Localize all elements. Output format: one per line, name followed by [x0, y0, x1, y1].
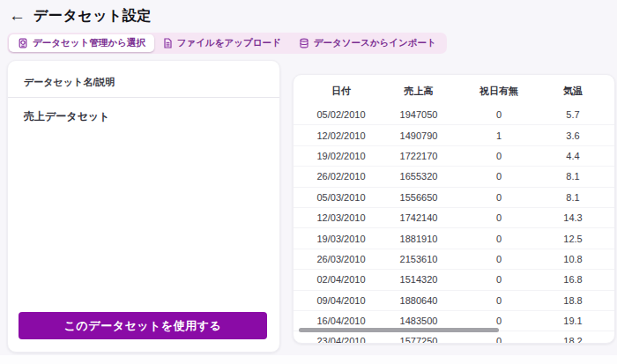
table-cell: 16.8 — [546, 274, 600, 285]
file-upload-icon — [163, 38, 173, 48]
table-row: 12/03/20101742140014.3 — [294, 207, 614, 227]
use-dataset-button[interactable]: このデータセットを使用する — [19, 312, 267, 339]
table-cell: 10.8 — [546, 254, 600, 264]
tab-upload-file[interactable]: ファイルをアップロード — [154, 34, 290, 52]
table-cell: 0 — [452, 234, 546, 244]
tab-label: データセット管理から選択 — [33, 37, 145, 49]
table-cell: 2153610 — [385, 254, 452, 264]
table-row: 19/03/20101881910012.5 — [294, 227, 614, 248]
table-cell: 4.4 — [546, 151, 600, 161]
dataset-list-item[interactable]: 売上データセット — [8, 98, 279, 136]
table-cell: 0 — [452, 151, 546, 161]
table-cell: 12/03/2010 — [297, 212, 385, 223]
dataset-list-header: データセット名/説明 — [8, 61, 279, 98]
table-cell: 1881910 — [385, 234, 452, 244]
tab-strip: データセット管理から選択 ファイルをアップロード データソースからインポート — [7, 33, 447, 54]
dataset-manage-icon — [18, 38, 28, 48]
table-cell: 16/04/2010 — [297, 316, 385, 326]
table-row: 12/02/2010149079013.6 — [294, 124, 614, 145]
table-cell: 0 — [452, 109, 546, 120]
column-header-holiday: 祝日有無 — [452, 85, 546, 98]
dataset-list-panel: データセット名/説明 売上データセット このデータセットを使用する — [7, 60, 280, 353]
page-header: ← データセット設定 — [9, 6, 152, 26]
table-cell: 0 — [452, 254, 546, 264]
table-cell: 8.1 — [546, 192, 600, 203]
table-cell: 1947050 — [385, 109, 452, 120]
database-icon — [299, 38, 309, 48]
table-row: 09/04/20101880640018.8 — [294, 290, 614, 310]
tab-import-from-datasource[interactable]: データソースからインポート — [290, 34, 445, 52]
table-header-row: 日付 売上高 祝日有無 気温 — [294, 77, 614, 105]
tab-label: データソースからインポート — [314, 37, 436, 49]
table-cell: 1742140 — [385, 212, 452, 223]
table-cell: 23/04/2010 — [297, 336, 385, 344]
table-cell: 1655320 — [385, 171, 452, 182]
table-cell: 19/02/2010 — [297, 151, 385, 161]
table-cell: 12.5 — [546, 234, 600, 244]
table-cell: 18.2 — [546, 336, 600, 344]
table-cell: 1514320 — [385, 274, 452, 285]
table-cell: 0 — [452, 295, 546, 306]
table-row: 26/02/2010165532008.1 — [294, 166, 614, 186]
table-cell: 0 — [452, 274, 546, 285]
column-header-sales: 売上高 — [385, 85, 452, 98]
table-cell: 3.6 — [546, 130, 600, 141]
table-row: 05/02/2010194705005.7 — [294, 105, 614, 124]
column-header-date: 日付 — [297, 85, 385, 98]
table-cell: 26/02/2010 — [297, 171, 385, 182]
table-body: 05/02/2010194705005.712/02/2010149079013… — [294, 105, 614, 344]
tab-select-from-dataset-management[interactable]: データセット管理から選択 — [9, 34, 154, 52]
table-row: 02/04/20101514320016.8 — [294, 269, 614, 289]
table-cell: 0 — [452, 192, 546, 203]
table-cell: 05/02/2010 — [297, 109, 385, 120]
table-cell: 0 — [452, 336, 546, 344]
horizontal-scrollbar[interactable] — [299, 328, 499, 332]
table-cell: 12/02/2010 — [297, 130, 385, 141]
page-title: データセット設定 — [33, 7, 152, 26]
table-cell: 5.7 — [546, 109, 600, 120]
table-cell: 1556650 — [385, 192, 452, 203]
table-row: 26/03/20102153610010.8 — [294, 249, 614, 269]
table-cell: 19.1 — [546, 316, 600, 326]
back-arrow-icon[interactable]: ← — [9, 6, 26, 26]
table-cell: 1 — [452, 130, 546, 141]
table-cell: 1722170 — [385, 151, 452, 161]
dataset-preview-card: 日付 売上高 祝日有無 気温 05/02/2010194705005.712/0… — [293, 74, 615, 344]
table-cell: 8.1 — [546, 171, 600, 182]
table-cell: 1490790 — [385, 130, 452, 141]
table-cell: 1483500 — [385, 316, 452, 326]
table-cell: 05/03/2010 — [297, 192, 385, 203]
footer-strip — [0, 355, 617, 364]
table-row: 19/02/2010172217004.4 — [294, 145, 614, 166]
table-cell: 09/04/2010 — [297, 295, 385, 306]
table-cell: 02/04/2010 — [297, 274, 385, 285]
tab-label: ファイルをアップロード — [177, 37, 281, 49]
table-cell: 19/03/2010 — [297, 234, 385, 244]
dataset-settings-page: ← データセット設定 データセット管理から選択 ファイルをアップロード — [0, 0, 617, 364]
table-cell: 0 — [452, 212, 546, 223]
table-cell: 14.3 — [546, 212, 600, 223]
table-cell: 0 — [452, 171, 546, 182]
table-cell: 1577250 — [385, 336, 452, 344]
table-cell: 1880640 — [385, 295, 452, 306]
table-row: 05/03/2010155665008.1 — [294, 187, 614, 207]
table-cell: 0 — [452, 316, 546, 326]
column-header-temperature: 気温 — [546, 85, 600, 98]
table-cell: 18.8 — [546, 295, 600, 306]
table-row: 23/04/20101577250018.2 — [294, 331, 614, 344]
table-cell: 26/03/2010 — [297, 254, 385, 264]
